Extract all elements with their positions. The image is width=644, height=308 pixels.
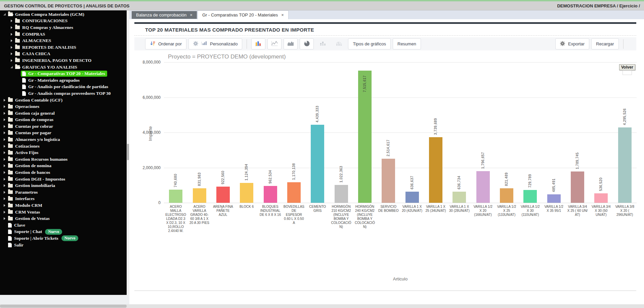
bar[interactable]: [264, 186, 277, 203]
sort-button[interactable]: Ordenar por: [145, 38, 186, 49]
sidebar-item-label: Gestion Contable (GCF): [15, 98, 62, 103]
x-category-text: VARILLA 1/2 X 30 (110UN/AT): [519, 205, 541, 233]
sidebar-item[interactable]: Activo Fijos: [0, 149, 127, 156]
sidebar-item-body: Gr - Analisis por clasificación de parti…: [21, 84, 110, 90]
sidebar-item[interactable]: Gestion de compras: [0, 117, 127, 123]
bar[interactable]: [193, 188, 206, 203]
sidebar-item[interactable]: Gestion Recursos humanos: [0, 156, 127, 163]
chart-types-button-label: Tipos de gráficos: [353, 41, 386, 46]
sidebar-scrollbar-thumb[interactable]: [127, 144, 129, 160]
bar[interactable]: [453, 192, 466, 203]
close-icon[interactable]: ×: [281, 12, 284, 17]
bar-value-label: 922,560: [221, 170, 225, 184]
bar-slot: 740,680: [164, 62, 187, 203]
sidebar-item-body: Gr - Analisis compras proveedores TOP 30: [21, 90, 113, 97]
sidebar-item[interactable]: Cuentas por cobrar: [0, 123, 127, 130]
area-chart-button[interactable]: [284, 38, 298, 49]
bar-value-label: 1,124,394: [245, 164, 248, 181]
bar-value-label: 7,515,617: [363, 75, 367, 92]
sidebar-item[interactable]: Clave: [0, 222, 127, 229]
sidebar-item[interactable]: REPORTES DE ANALISIS: [0, 44, 127, 51]
sidebar-item[interactable]: Gestion inmobiliaria: [0, 182, 127, 189]
sidebar-item[interactable]: Cotizaciones: [0, 143, 127, 150]
bar[interactable]: [500, 188, 513, 203]
x-axis-title: Articulo: [164, 276, 637, 281]
bar[interactable]: [240, 183, 253, 203]
bar[interactable]: [571, 171, 584, 203]
folder-icon: [8, 184, 13, 188]
sidebar-item[interactable]: Almacenes y/o logistica: [0, 136, 127, 143]
line-chart-button[interactable]: [267, 38, 282, 49]
sidebar-item[interactable]: Parametros: [0, 189, 127, 196]
sidebar-item[interactable]: Soporte | Abrir TicketsNuevo: [0, 235, 127, 242]
tab-inactive[interactable]: Balanza de comprobación×: [132, 11, 197, 19]
bar[interactable]: [594, 193, 608, 203]
collapse-arrow-icon: [2, 125, 7, 128]
sidebar-item[interactable]: CONFIGURACIONES: [0, 18, 127, 25]
folder-icon: [8, 124, 13, 128]
sidebar-item[interactable]: Gestion Contable (GCF): [0, 97, 127, 104]
folder-icon: [15, 26, 20, 29]
sidebar-item-label: Cuentas por cobrar: [15, 124, 53, 129]
bar[interactable]: [476, 171, 490, 203]
x-category-text: BLOQUES INDUSTRIAL DE 6 X 8 X 16: [260, 205, 281, 233]
bar[interactable]: [335, 185, 348, 203]
tab-active[interactable]: Gr - Comparativas TOP 20 - Materiales×: [198, 10, 289, 19]
sidebar-item[interactable]: Gestion DGII - Impuestos: [0, 176, 127, 183]
reload-button[interactable]: Recargar: [591, 38, 618, 49]
x-category-text: ACERO MALLA ELECTROSOLDADA D2.3 X D2.3, …: [165, 205, 186, 233]
sidebar-item[interactable]: GRAFICAS Y/O ANALISIS: [0, 64, 127, 71]
export-button[interactable]: Exportar: [555, 38, 589, 49]
sidebar-item[interactable]: Gestion de nomina: [0, 163, 127, 169]
pie-chart-button[interactable]: [300, 38, 314, 49]
chart-types-button[interactable]: Tipos de gráficos: [348, 38, 391, 49]
customize-button[interactable]: Personalizado: [188, 38, 242, 49]
horizontal-scrollbar-thumb[interactable]: [0, 305, 127, 308]
bar-chart-button[interactable]: [251, 38, 265, 49]
sidebar-item-label: Gestion caja general: [15, 111, 55, 116]
sidebar-item-label: Cotizaciones: [15, 144, 40, 149]
sidebar-item[interactable]: Gestion de bancos: [0, 169, 127, 176]
sidebar-item[interactable]: Gestion caja general: [0, 110, 127, 117]
bar[interactable]: [382, 159, 395, 203]
sidebar-item[interactable]: Cuentas por pagar: [0, 130, 127, 137]
bar[interactable]: [169, 190, 182, 203]
sidebar-item-label: Gestion DGII - Impuestos: [15, 177, 65, 182]
sidebar-item[interactable]: Gestion de Ventas: [0, 215, 127, 222]
stacked-bar-chart-icon: [320, 41, 326, 47]
sidebar-item[interactable]: Gr - Analisis por clasificación de parti…: [0, 84, 127, 90]
sidebar-item[interactable]: ALMACENES: [0, 37, 127, 44]
sidebar-item-body: Gr - Materiales agrupados: [21, 77, 82, 83]
collapse-arrow-icon: [2, 217, 7, 220]
sidebar-item[interactable]: Modulo CRM: [0, 202, 127, 209]
sidebar-item[interactable]: Soporte | ChatNuevo: [0, 229, 127, 235]
bar[interactable]: [429, 137, 442, 203]
sidebar-item[interactable]: Operaciones: [0, 103, 127, 110]
bar[interactable]: [618, 127, 632, 203]
bar[interactable]: [523, 190, 537, 203]
collapse-arrow-icon: [9, 26, 14, 29]
sidebar-item[interactable]: Gr - Materiales agrupados: [0, 77, 127, 84]
folder-icon: [8, 204, 13, 207]
close-icon[interactable]: ×: [190, 12, 192, 17]
bar[interactable]: [547, 194, 561, 203]
bar[interactable]: [216, 187, 230, 203]
bar[interactable]: [311, 125, 324, 203]
sidebar-item-body: CRM Ventas: [7, 209, 42, 215]
sidebar-item[interactable]: Gr - Analisis compras proveedores TOP 30: [0, 90, 127, 97]
folder-icon: [8, 197, 13, 201]
sidebar-item[interactable]: COMPRAS: [0, 31, 127, 38]
summary-button[interactable]: Resumen: [393, 38, 421, 49]
sidebar-item[interactable]: RQ Compras y Almacenes: [0, 24, 127, 31]
sidebar-item[interactable]: CAJA CHICA: [0, 51, 127, 57]
sidebar-item[interactable]: Interfaces: [0, 196, 127, 202]
bar[interactable]: [405, 192, 419, 203]
sidebar-item[interactable]: INGENIERIA, PAGOS Y DESCTO: [0, 57, 127, 64]
sidebar-item[interactable]: CRM Ventas: [0, 209, 127, 216]
sidebar-item[interactable]: Salir: [0, 242, 127, 248]
sidebar-item[interactable]: Gr - Comparativas TOP 20 - Materiales: [0, 70, 127, 77]
sidebar-item[interactable]: Gestion Compra Materiales (GCM): [0, 11, 127, 18]
bar[interactable]: [287, 182, 301, 203]
folder-icon: [8, 144, 13, 148]
file-icon: [22, 78, 26, 83]
